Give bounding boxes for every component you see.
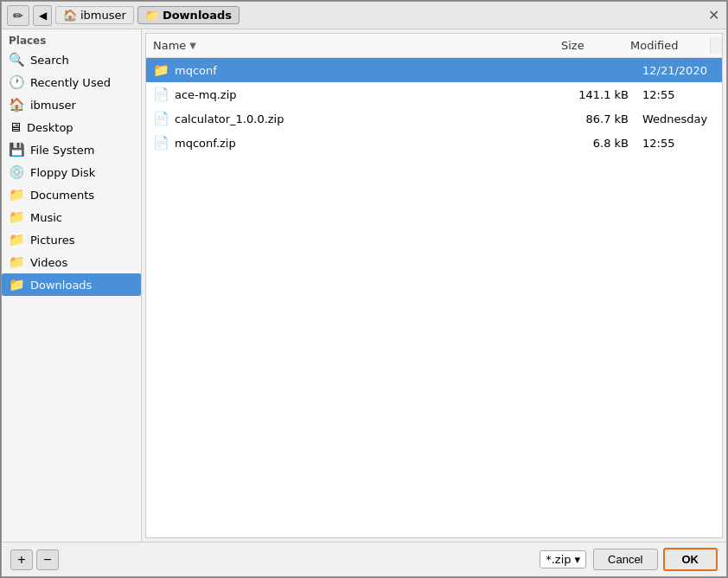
sidebar: Places 🔍 Search 🕐 Recently Used 🏠 ibmuse… [2,29,142,542]
desktop-icon: 🖥 [9,119,22,135]
sidebar-item-desktop-label: Desktop [27,121,73,134]
file-name-text: mqconf [175,64,217,77]
main-content: Places 🔍 Search 🕐 Recently Used 🏠 ibmuse… [2,29,726,542]
remove-location-button[interactable]: − [36,549,59,570]
edit-icon: ✏ [13,9,23,22]
sidebar-item-pictures[interactable]: 📁 Pictures [2,228,141,251]
sidebar-item-floppy-disk[interactable]: 💿 Floppy Disk [2,161,141,183]
cancel-button[interactable]: Cancel [593,549,657,570]
sidebar-item-recently-used-label: Recently Used [30,76,111,89]
file-modified-cell: 12:55 [635,87,722,103]
bottom-bar: + − *.zip ▾ Cancel OK [2,542,726,576]
table-row[interactable]: 📄 ace-mq.zip 141.1 kB 12:55 [146,82,722,106]
minus-icon: − [43,552,51,568]
sidebar-item-desktop[interactable]: 🖥 Desktop [2,116,141,138]
sidebar-item-documents[interactable]: 📁 Documents [2,183,141,206]
edit-path-button[interactable]: ✏ [7,5,29,26]
sidebar-item-floppy-disk-label: Floppy Disk [30,166,95,179]
table-row[interactable]: 📄 mqconf.zip 6.8 kB 12:55 [146,131,722,155]
filter-label: *.zip [546,553,571,566]
sidebar-item-search[interactable]: 🔍 Search [2,48,141,71]
file-modified-cell: 12/21/2020 [635,62,722,79]
documents-folder-icon: 📁 [9,187,25,202]
home-sidebar-icon: 🏠 [9,97,25,112]
file-list: 📁 mqconf 12/21/2020 📄 ace-mq.zip 141.1 k… [146,58,722,537]
breadcrumb-downloads[interactable]: 📁 Downloads [137,6,239,24]
zip-file-icon: 📄 [153,135,169,151]
pictures-folder-icon: 📁 [9,232,25,247]
bottom-left: + − [10,549,59,570]
back-button[interactable]: ◀ [33,5,52,26]
file-name-cell: 📄 ace-mq.zip [146,85,566,104]
file-header: Name ▼ Size Modified [146,34,722,58]
column-header-modified[interactable]: Modified [623,37,710,54]
file-panel: Name ▼ Size Modified 📁 mqconf 12/21/2020 [145,33,723,538]
music-folder-icon: 📁 [9,209,25,225]
file-size-cell [566,68,635,72]
file-chooser-dialog: ✏ ◀ 🏠 ibmuser 📁 Downloads ✕ Places 🔍 [1,1,727,577]
breadcrumb-ibmuser-label: ibmuser [80,9,126,22]
table-row[interactable]: 📁 mqconf 12/21/2020 [146,58,722,82]
floppy-icon: 💿 [9,164,25,180]
videos-folder-icon: 📁 [9,254,25,270]
plus-icon: + [17,552,25,568]
file-modified-cell: Wednesday [635,111,722,127]
zip-file-icon: 📄 [153,111,169,126]
sidebar-item-videos[interactable]: 📁 Videos [2,251,141,273]
filesystem-icon: 💾 [9,142,25,157]
sidebar-section-title: Places [2,29,141,48]
sidebar-item-search-label: Search [30,54,69,67]
titlebar: ✏ ◀ 🏠 ibmuser 📁 Downloads ✕ [2,2,726,29]
add-location-button[interactable]: + [10,549,33,570]
sidebar-item-file-system[interactable]: 💾 File System [2,138,141,161]
file-name-text: ace-mq.zip [175,88,237,101]
titlebar-left: ✏ ◀ 🏠 ibmuser 📁 Downloads [7,5,239,26]
ok-button[interactable]: OK [663,548,718,571]
breadcrumb-ibmuser[interactable]: 🏠 ibmuser [55,6,134,24]
sidebar-item-downloads[interactable]: 📁 Downloads [2,273,141,296]
filter-dropdown[interactable]: *.zip ▾ [540,550,586,568]
sidebar-item-documents-label: Documents [30,189,94,202]
search-icon: 🔍 [9,52,25,67]
file-name-text: calculator_1.0.0.zip [175,112,284,125]
close-button[interactable]: ✕ [706,8,721,23]
sidebar-item-file-system-label: File System [30,144,94,157]
clock-icon: 🕐 [9,74,25,90]
action-buttons: Cancel OK [593,548,718,571]
file-size-cell: 6.8 kB [566,135,635,151]
file-name-cell: 📄 calculator_1.0.0.zip [146,109,566,128]
column-header-name[interactable]: Name ▼ [146,37,554,54]
sidebar-item-recently-used[interactable]: 🕐 Recently Used [2,71,141,93]
back-icon: ◀ [39,10,47,22]
sidebar-item-music-label: Music [30,211,62,224]
zip-file-icon: 📄 [153,87,169,102]
file-name-cell: 📄 mqconf.zip [146,133,566,152]
file-modified-cell: 12:55 [635,135,722,151]
folder-icon: 📁 [145,9,159,22]
file-name-cell: 📁 mqconf [146,61,566,80]
scrollbar[interactable] [710,37,722,54]
sidebar-item-ibmuser[interactable]: 🏠 ibmuser [2,93,141,116]
table-row[interactable]: 📄 calculator_1.0.0.zip 86.7 kB Wednesday [146,106,722,131]
file-size-cell: 141.1 kB [566,87,635,103]
dropdown-arrow-icon: ▾ [575,553,581,566]
sidebar-item-downloads-label: Downloads [30,279,92,292]
breadcrumb-downloads-label: Downloads [163,9,232,22]
sidebar-item-pictures-label: Pictures [30,234,74,247]
sidebar-item-music[interactable]: 📁 Music [2,206,141,228]
column-header-size[interactable]: Size [554,37,623,54]
folder-file-icon: 📁 [153,62,169,78]
close-icon: ✕ [708,7,719,23]
sidebar-item-videos-label: Videos [30,256,67,269]
bottom-right: *.zip ▾ Cancel OK [540,548,718,571]
sort-arrow-icon: ▼ [189,41,196,50]
file-name-text: mqconf.zip [175,137,236,150]
home-icon: 🏠 [63,9,77,22]
sidebar-item-ibmuser-label: ibmuser [30,99,76,112]
downloads-folder-icon: 📁 [9,277,25,292]
file-size-cell: 86.7 kB [566,111,635,127]
